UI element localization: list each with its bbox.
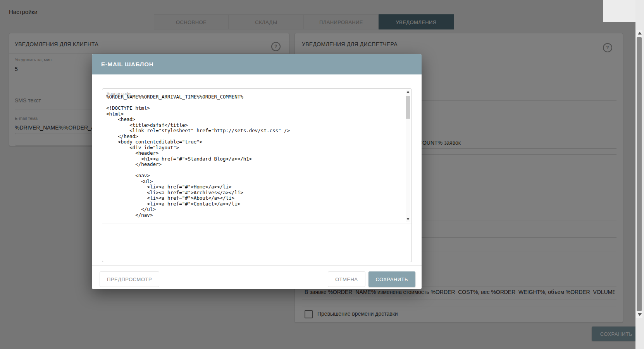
scrollbar-thumb[interactable] [637, 37, 642, 311]
editor-bottom-border [102, 223, 412, 223]
modal-header: E-MAIL ШАБЛОН [92, 54, 422, 74]
cancel-button[interactable]: ОТМЕНА [328, 271, 365, 287]
editor-scrollbar [406, 90, 410, 222]
source-code-field[interactable]: Source code %ORDER_NAME%%ORDER_ARRIVAL_T… [102, 88, 412, 262]
editor-scroll-up-icon[interactable] [406, 91, 410, 93]
settings-page: Настройки ОСНОВНОЕ СКЛАДЫ ПЛАНИРОВАНИЕ У… [0, 0, 644, 349]
page-scrollbar [635, 0, 644, 349]
scroll-down-arrow-icon[interactable] [638, 313, 642, 316]
editor-scroll-down-icon[interactable] [406, 218, 410, 220]
save-template-button[interactable]: СОХРАНИТЬ [368, 271, 415, 287]
source-code-editor[interactable]: %ORDER_NAME%%ORDER_ARRIVAL_TIME%%ORDER_C… [102, 94, 405, 218]
preview-button[interactable]: ПРЕДПРОСМОТР [100, 271, 159, 287]
modal-title: E-MAIL ШАБЛОН [101, 61, 153, 67]
code-viewport[interactable]: %ORDER_NAME%%ORDER_ARRIVAL_TIME%%ORDER_C… [102, 94, 405, 223]
email-template-modal: E-MAIL ШАБЛОН Source code %ORDER_NAME%%O… [92, 54, 422, 289]
modal-footer: ПРЕДПРОСМОТР ОТМЕНА СОХРАНИТЬ [92, 265, 422, 289]
editor-scrollbar-thumb[interactable] [406, 96, 410, 119]
undimmed-corner-region [603, 0, 635, 22]
scroll-up-arrow-icon[interactable] [638, 32, 642, 35]
